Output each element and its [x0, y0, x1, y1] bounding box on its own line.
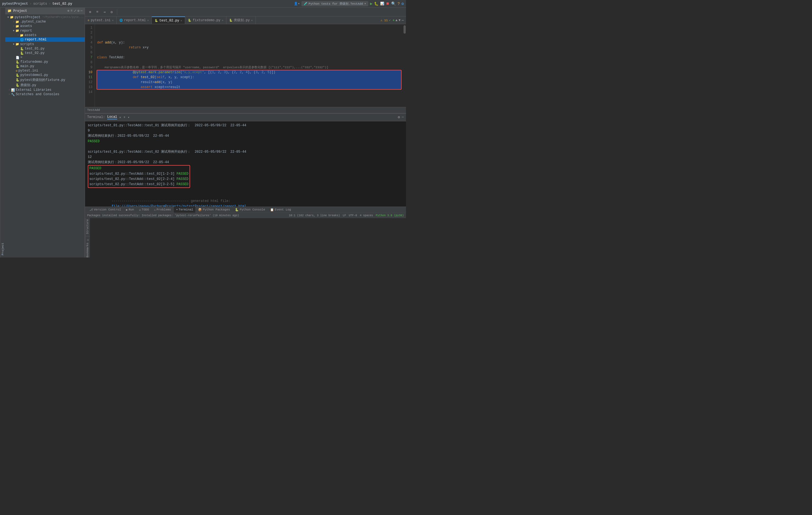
- more-icon[interactable]: ⋯: [81, 9, 83, 13]
- line-num-3: 3: [85, 35, 93, 40]
- status-tab-terminal[interactable]: ▪ Terminal: [174, 207, 195, 213]
- code-editor[interactable]: def add(x, y): return x+y ▶ class TestAd…: [95, 24, 403, 107]
- tree-item-scripts[interactable]: ▾ 📁 scripts: [5, 42, 85, 47]
- tree-item-test01[interactable]: 🐍 test_01.py: [5, 47, 85, 51]
- ini-file-icon: ⚙: [16, 69, 18, 73]
- tree-label: scripts: [20, 42, 34, 46]
- editor-area: 1 2 3 4 5 6 7 8 9 10 11 12 13 14: [85, 24, 406, 107]
- ok-count[interactable]: ✓ 4: [389, 19, 395, 22]
- tree-item-test02[interactable]: 🐍 test_02.py: [5, 51, 85, 55]
- line-num-5: 5: [85, 45, 93, 50]
- tab-report[interactable]: 🌐 report.html ✕: [117, 17, 152, 24]
- status-tab-run[interactable]: ▶ Run: [124, 207, 136, 213]
- warn-count[interactable]: ⚠ 11: [381, 19, 388, 22]
- project-title[interactable]: pytestProject: [2, 2, 28, 6]
- status-tab-problems[interactable]: ⚠ Problems: [152, 207, 173, 213]
- terminal-close-btn[interactable]: ✕: [119, 116, 121, 119]
- add-icon[interactable]: ⊕: [87, 9, 93, 15]
- tree-item-scratches[interactable]: › 🔧 Scratches and Consoles: [5, 92, 85, 96]
- code-line-9: #arqnames表示参数名称，是一串字符，多个用逗号隔开 "username,…: [97, 65, 401, 70]
- tree-collapse-icon[interactable]: ≡: [70, 9, 72, 13]
- tree-root[interactable]: ▾ 📁 pytestProject ~/PycharmProjects/pyte…: [5, 15, 85, 20]
- expand-arrow-down[interactable]: ▼: [399, 19, 401, 22]
- term-line-blank: [88, 188, 403, 193]
- code-line-3: [97, 35, 401, 40]
- tree-item-pytest-cache[interactable]: › 📁 .pytest_cache: [5, 20, 85, 24]
- help-icon[interactable]: ?: [398, 2, 400, 6]
- tab-right-icons: ⚠ 11 ✓ 4 ▲ ▼ ⋯: [381, 18, 406, 23]
- stop-button[interactable]: ⏹: [386, 2, 389, 6]
- run-button[interactable]: ▶: [370, 1, 372, 6]
- python-version[interactable]: Python 3.8 (py38): [376, 214, 404, 217]
- cursor-position[interactable]: 10:1 (162 chars, 3 line breaks): [289, 214, 340, 217]
- line-ending[interactable]: LF: [343, 214, 346, 217]
- tab-close[interactable]: ✕: [112, 19, 114, 22]
- indent-icon[interactable]: ⇥: [102, 9, 108, 15]
- title-scripts[interactable]: scripts: [33, 2, 47, 6]
- toolbar: ⊕ ≡ ⇥ ⚙: [85, 8, 406, 17]
- tree-item-main[interactable]: 🐍 main.py: [5, 64, 85, 68]
- terminal-close-icon[interactable]: —: [402, 115, 404, 119]
- terminal-settings-icon[interactable]: ⚙: [398, 115, 400, 119]
- editor-scrollbar[interactable]: [403, 24, 406, 107]
- tab-close[interactable]: ✕: [222, 19, 223, 22]
- indent[interactable]: 4 spaces: [360, 214, 373, 217]
- settings-icon2[interactable]: ⚙: [109, 9, 115, 15]
- status-info: Packages installed successfully: Install…: [87, 214, 239, 217]
- structure-sidebar: Structure ◁: [85, 218, 90, 242]
- settings-gear-icon[interactable]: ⚙: [78, 9, 80, 13]
- bookmarks-label[interactable]: Bookmarks: [86, 242, 89, 258]
- tree-item-pytestdemo1[interactable]: 🐍 pytestdemo1.py: [5, 73, 85, 77]
- terminal-local-tab[interactable]: Local: [107, 115, 117, 119]
- tree-item-report[interactable]: ▾ 📁 report: [5, 28, 85, 33]
- status-tab-eventlog[interactable]: 📋 Event Log: [268, 207, 293, 213]
- tab-pytest[interactable]: ⚙ pytest.ini ✕: [85, 17, 117, 24]
- py-file-icon: 🐍: [16, 83, 20, 87]
- main-layout: Project 📁 Project ⊕ ≡ ⤢ ⚙ ⋯ ▾ 📁 pytestPr…: [0, 8, 406, 258]
- scratches-icon: 🔧: [11, 93, 15, 96]
- term-line-6: scripts/test_01.py::TestAdd::test_02 测试用…: [88, 149, 403, 154]
- run-config-dropdown[interactable]: ▾: [364, 2, 366, 6]
- tree-item-pytestini[interactable]: ⚙ pytest.ini: [5, 68, 85, 73]
- tree-item-eq[interactable]: 📄 =: [5, 55, 85, 60]
- terminal-dropdown-btn[interactable]: ▾: [127, 116, 129, 119]
- tab-close[interactable]: ✕: [251, 19, 253, 22]
- tab-fixture[interactable]: 🐍 fixturedemo.py ✕: [185, 17, 226, 24]
- tree-item-extlibs[interactable]: › 📊 External Libraries: [5, 88, 85, 92]
- search-button[interactable]: 🔍: [391, 1, 396, 6]
- tree-item-report-html[interactable]: 🌐 report.html: [5, 37, 85, 42]
- status-tab-vcs[interactable]: ⎇ Version Control: [87, 207, 123, 213]
- more-tabs-icon[interactable]: ⋯: [402, 18, 404, 23]
- term-line-12: scripts/test_02.py::TestAdd::test_02[3-2…: [89, 182, 188, 187]
- tab-close[interactable]: ✕: [180, 19, 182, 22]
- status-tab-packages[interactable]: 📦 Python Packages: [196, 207, 232, 213]
- tree-item-report-assets[interactable]: › 📁 assets: [5, 33, 85, 37]
- line-num-7: 7: [85, 55, 93, 60]
- encoding[interactable]: UTF-8: [349, 214, 357, 217]
- report-link[interactable]: file:///Users/gaoyu/PycharmProjects/pyte…: [111, 204, 246, 207]
- tree-item-fixturedemo[interactable]: 🐍 fixturedemo.py: [5, 60, 85, 64]
- info-right: 10:1 (162 chars, 3 line breaks) LF UTF-8…: [289, 214, 404, 217]
- project-panel-label[interactable]: Project: [0, 8, 5, 258]
- structure-icon[interactable]: ≡: [94, 9, 100, 15]
- folder-icon: 📁: [16, 42, 19, 46]
- expand-icon[interactable]: ⤢: [74, 9, 77, 13]
- debug-button[interactable]: 🐛: [374, 2, 378, 6]
- status-tab-console[interactable]: 🐍 Python Console: [233, 207, 267, 213]
- tree-item-assets[interactable]: › 📁 assets: [5, 24, 85, 28]
- tab-test02[interactable]: 🐍 test_02.py ✕: [152, 17, 185, 24]
- coverage-button[interactable]: 📊: [380, 2, 384, 6]
- vcs-label: Version Control: [94, 208, 121, 211]
- tree-item-pytestleijiebie[interactable]: 🐍 pytest类级别的fixture.py: [5, 77, 85, 83]
- tab-leijiebie[interactable]: 🐍 类级别.py ✕: [226, 17, 256, 24]
- tree-item-leijiebie[interactable]: 🐍 类级别.py: [5, 83, 85, 88]
- add-module-icon[interactable]: ⊕: [67, 9, 69, 13]
- expand-arrow-up[interactable]: ▲: [396, 19, 398, 22]
- structure-label[interactable]: Structure: [86, 219, 89, 234]
- structure-collapse-icon[interactable]: ◁: [87, 238, 88, 241]
- status-tab-todo[interactable]: ☑ TODO: [137, 207, 151, 213]
- settings-icon[interactable]: ⚙: [402, 1, 404, 6]
- folder-icon: 📁: [20, 34, 24, 37]
- tab-close[interactable]: ✕: [147, 19, 149, 22]
- terminal-add-btn[interactable]: +: [123, 115, 125, 119]
